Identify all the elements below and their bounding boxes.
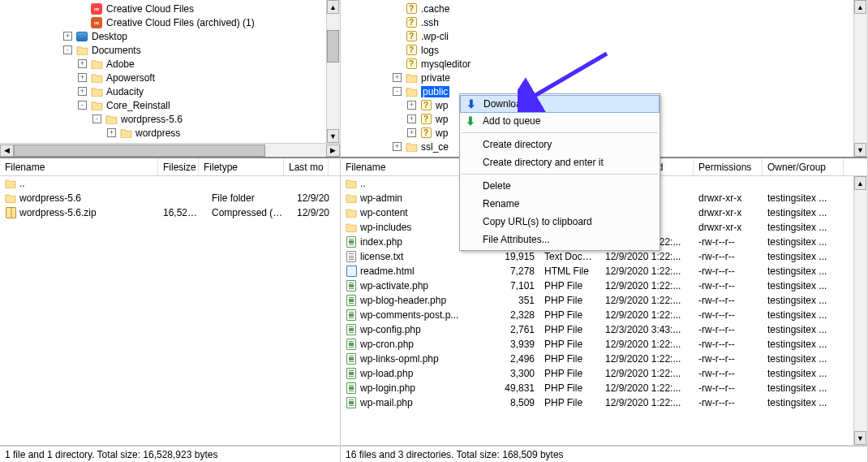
expand-icon[interactable]: + — [407, 114, 416, 123]
local-tree-hscroll[interactable]: ◀ ▶ — [0, 143, 340, 157]
file-row[interactable]: wp-links-opml.php2,496PHP File12/9/2020 … — [341, 352, 867, 366]
scroll-up-icon[interactable]: ▲ — [854, 176, 866, 190]
file-name: wordpress-5.6 — [19, 192, 81, 204]
collapse-icon[interactable]: - — [63, 45, 72, 54]
scroll-down-icon[interactable]: ▼ — [327, 129, 339, 143]
expand-icon[interactable]: + — [407, 128, 416, 137]
scroll-right-icon[interactable]: ▶ — [326, 145, 340, 157]
tree-item[interactable]: ∞Creative Cloud Files — [0, 2, 326, 15]
cell-size: 3,939 — [495, 339, 539, 350]
tree-item[interactable]: -Documents — [0, 43, 326, 57]
tree-item-label: Apowersoft — [106, 72, 155, 84]
ctx-create-directory-enter[interactable]: Create directory and enter it — [460, 153, 660, 171]
expand-icon[interactable]: + — [78, 59, 87, 68]
expand-icon[interactable]: + — [78, 73, 87, 82]
col-filename[interactable]: Filename — [0, 158, 158, 175]
folder-icon — [119, 127, 132, 139]
file-row[interactable]: wp-blog-header.php351PHP File12/9/2020 1… — [341, 293, 867, 308]
tree-item[interactable]: ?.wp-cli — [341, 29, 853, 43]
ctx-rename[interactable]: Rename — [460, 195, 660, 213]
cell-owner: testingsitex ... — [763, 309, 844, 321]
ctx-add-to-queue[interactable]: ⬇ Add to queue — [460, 112, 660, 130]
cell-name: wp-mail.php — [341, 397, 495, 408]
file-row[interactable]: wp-comments-post.p...2,328PHP File12/9/2… — [341, 308, 867, 322]
tree-item-label: Creative Cloud Files (archived) (1) — [106, 17, 255, 28]
file-name: wp-load.php — [360, 368, 413, 379]
collapse-icon[interactable]: - — [92, 114, 101, 123]
file-row[interactable]: wp-load.php3,300PHP File12/9/2020 1:22:.… — [341, 366, 867, 381]
scroll-down-icon[interactable]: ▼ — [854, 431, 866, 445]
file-row[interactable]: wp-mail.php8,509PHP File12/9/2020 1:22:.… — [341, 395, 867, 410]
scroll-up-icon[interactable]: ▲ — [854, 0, 866, 14]
tree-item[interactable]: -Core_Reinstall — [0, 98, 326, 112]
file-row[interactable]: .. — [0, 176, 340, 191]
tree-item[interactable]: +Apowersoft — [0, 71, 326, 84]
col-filetype[interactable]: Filetype — [199, 158, 284, 175]
tree-item[interactable]: +private — [341, 71, 853, 84]
cell-name: license.txt — [341, 251, 495, 262]
cell-size: 7,101 — [495, 280, 539, 291]
tree-item[interactable]: +wordpress — [0, 126, 326, 140]
tree-item[interactable]: ?.ssh — [341, 15, 853, 29]
file-name: wp-blog-header.php — [360, 295, 446, 306]
local-tree[interactable]: ∞Creative Cloud Files∞Creative Cloud Fil… — [0, 0, 340, 158]
tree-item[interactable]: +Audacity — [0, 84, 326, 98]
cell-type: PHP File — [539, 309, 600, 321]
cell-name: wordpress-5.6 — [0, 192, 158, 204]
ctx-delete[interactable]: Delete — [460, 177, 660, 195]
local-tree-vscroll[interactable]: ▲ ▼ — [326, 0, 340, 143]
cell-name: .. — [0, 178, 158, 189]
col-filesize[interactable]: Filesize — [158, 158, 199, 175]
expand-icon[interactable]: + — [107, 128, 116, 137]
file-row[interactable]: wp-cron.php3,939PHP File12/9/2020 1:22:.… — [341, 337, 867, 352]
col-owner[interactable]: Owner/Group — [763, 158, 844, 175]
col-permissions[interactable]: Permissions — [694, 158, 763, 175]
ctx-download[interactable]: ⬇ Download — [460, 95, 660, 113]
expand-icon[interactable]: + — [393, 142, 402, 151]
collapse-icon[interactable]: - — [393, 87, 402, 96]
file-name: wp-includes — [360, 222, 411, 233]
cc-orange-icon: ∞ — [90, 17, 103, 28]
tree-item[interactable]: ?mysqleditor — [341, 57, 853, 71]
scroll-up-icon[interactable]: ▲ — [327, 0, 339, 14]
scroll-thumb[interactable] — [14, 145, 265, 157]
expand-icon[interactable]: + — [393, 73, 402, 82]
remote-tree-vscroll[interactable]: ▲ ▼ — [853, 0, 867, 157]
expand-icon[interactable]: + — [78, 87, 87, 96]
file-row[interactable]: wp-config.php2,761PHP File12/3/2020 3:43… — [341, 322, 867, 337]
cell-owner: testingsitex ... — [763, 280, 844, 291]
cell-type: PHP File — [539, 280, 600, 291]
tree-item[interactable]: ?.cache — [341, 2, 853, 15]
tree-item[interactable]: ∞Creative Cloud Files (archived) (1) — [0, 15, 326, 29]
collapse-icon[interactable]: - — [78, 101, 87, 110]
scroll-thumb[interactable] — [327, 30, 339, 63]
ctx-copy-urls[interactable]: Copy URL(s) to clipboard — [460, 213, 660, 231]
folder-icon — [5, 192, 16, 204]
ctx-file-attributes[interactable]: File Attributes... — [460, 231, 660, 248]
ctx-create-directory[interactable]: Create directory — [460, 136, 660, 153]
col-lastmod[interactable]: Last mo — [284, 158, 329, 175]
doc-green-icon — [346, 339, 357, 350]
tree-item[interactable]: -wordpress-5.6 — [0, 112, 326, 126]
tree-item[interactable]: +Adobe — [0, 57, 326, 71]
file-row[interactable]: wp-login.php49,831PHP File12/9/2020 1:22… — [341, 381, 867, 395]
tree-item[interactable]: +Desktop — [0, 29, 326, 43]
file-row[interactable]: wordpress-5.6File folder12/9/20 — [0, 191, 340, 205]
cell-date: 12/9/2020 1:22:... — [600, 266, 694, 277]
remote-filelist-vscroll[interactable]: ▲ ▼ — [853, 176, 867, 445]
expand-icon[interactable]: + — [63, 32, 72, 41]
file-row[interactable]: license.txt19,915Text Docu...12/9/2020 1… — [341, 249, 867, 264]
file-row[interactable]: wordpress-5.6.zip16,528,923Compressed (z… — [0, 205, 340, 220]
local-filelist[interactable]: Filename Filesize Filetype Last mo ..wor… — [0, 158, 340, 446]
expand-icon[interactable]: + — [407, 101, 416, 110]
local-filelist-header[interactable]: Filename Filesize Filetype Last mo — [0, 158, 340, 176]
file-row[interactable]: wp-activate.php7,101PHP File12/9/2020 1:… — [341, 278, 867, 293]
cell-owner: testingsitex ... — [763, 251, 844, 262]
folder-icon — [346, 222, 357, 233]
cc-red-icon: ∞ — [90, 3, 103, 15]
scroll-left-icon[interactable]: ◀ — [0, 145, 14, 157]
cell-type: PHP File — [539, 353, 600, 365]
scroll-down-icon[interactable]: ▼ — [854, 143, 866, 157]
tree-item[interactable]: ?logs — [341, 43, 853, 57]
file-row[interactable]: readme.html7,278HTML File12/9/2020 1:22:… — [341, 264, 867, 278]
